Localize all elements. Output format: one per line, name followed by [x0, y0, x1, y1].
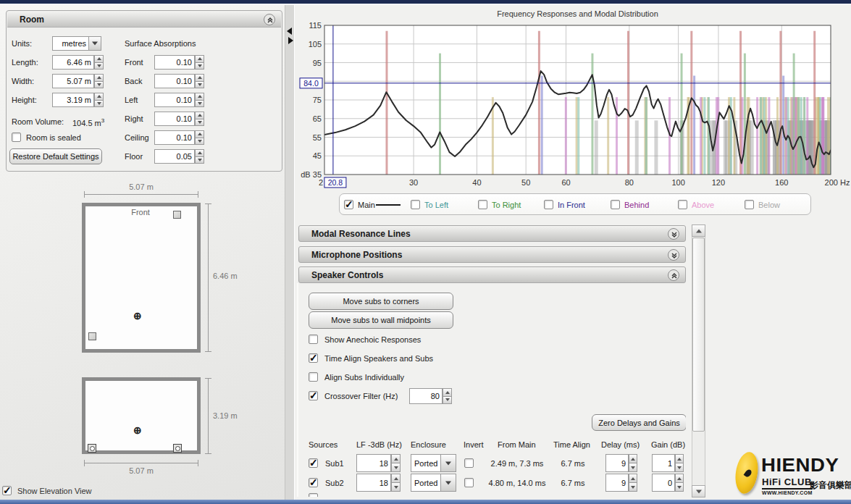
surface-ceiling-spinner[interactable]: [195, 130, 204, 145]
hiendy-logo: HIENDY HiFi CLUB WWW.HIENDY.COM 影音俱樂部: [731, 450, 849, 498]
room-sealed-checkbox[interactable]: [12, 133, 21, 142]
section-speaker-controls[interactable]: Speaker Controls: [298, 266, 686, 283]
length-spinner[interactable]: [94, 55, 104, 70]
sub2-gain-input[interactable]: 0: [652, 474, 675, 492]
elevation-sub2-icon[interactable]: [173, 444, 182, 453]
crossover-input[interactable]: 80: [409, 388, 443, 404]
surface-back-input[interactable]: 0.10: [154, 74, 195, 88]
speaker-controls-collapse-icon[interactable]: [668, 269, 679, 281]
topview-sub2-icon[interactable]: [88, 332, 96, 340]
height-label: Height:: [12, 96, 37, 104]
room-collapse-icon[interactable]: [264, 14, 275, 25]
topview-width-dim-label: 5.07 m: [112, 182, 170, 191]
splitter-collapse-right-icon[interactable]: [288, 37, 293, 44]
legend-main-checkbox[interactable]: [344, 200, 353, 209]
show-elevation-label: Show Elevation View: [17, 487, 92, 495]
surface-front-spinner[interactable]: [195, 55, 204, 70]
panel-splitter[interactable]: [285, 5, 295, 500]
restore-defaults-button[interactable]: Restore Default Settings: [9, 148, 102, 164]
sub1-delay-input[interactable]: 9: [605, 454, 629, 472]
hiendy-brand-text: HIENDY: [761, 454, 839, 476]
time-align-checkbox[interactable]: [309, 353, 318, 363]
surface-floor-spinner[interactable]: [195, 149, 204, 164]
modal-resonance-expand-icon[interactable]: [668, 228, 679, 240]
width-input[interactable]: 5.07 m: [52, 74, 94, 88]
length-input[interactable]: 6.46 m: [52, 55, 94, 70]
crossover-spinner[interactable]: [443, 388, 452, 404]
surface-floor-input[interactable]: 0.05: [154, 149, 195, 164]
splitter-collapse-left-icon[interactable]: [287, 28, 292, 35]
sub2-invert-checkbox[interactable]: [464, 478, 474, 487]
height-input[interactable]: 3.19 m: [52, 93, 94, 107]
surface-left-spinner[interactable]: [195, 93, 204, 107]
elevation-sub1-icon[interactable]: [88, 444, 96, 453]
section-microphone-positions[interactable]: Microphone Positions: [298, 246, 686, 263]
svg-text:50: 50: [521, 178, 530, 187]
legend-toleft-label: To Left: [424, 201, 448, 209]
sub3-enable-checkbox[interactable]: [309, 493, 318, 497]
sub1-gain-spinner[interactable]: [675, 454, 684, 472]
hiendy-url-text: WWW.HIENDY.COM: [762, 490, 813, 495]
elevation-height-dim-line: [208, 378, 209, 454]
surface-back-spinner[interactable]: [195, 74, 204, 88]
sub1-lf-input[interactable]: 18: [356, 454, 391, 472]
surface-ceiling-input[interactable]: 0.10: [154, 130, 195, 145]
show-anechoic-checkbox[interactable]: [309, 335, 318, 344]
sub2-enable-checkbox[interactable]: [309, 478, 318, 487]
units-select[interactable]: metres: [52, 36, 88, 51]
sub1-lf-spinner[interactable]: [391, 454, 401, 472]
sub1-enable-checkbox[interactable]: [309, 458, 318, 468]
svg-text:60: 60: [561, 178, 570, 187]
legend-above-checkbox[interactable]: [678, 200, 687, 209]
svg-text:115: 115: [309, 21, 322, 30]
legend-toleft-checkbox[interactable]: [411, 200, 420, 209]
sub2-gain-spinner[interactable]: [675, 474, 684, 492]
col-sources: Sources: [309, 440, 338, 449]
legend-infront-checkbox[interactable]: [544, 200, 553, 209]
sub1-delay-spinner[interactable]: [629, 454, 637, 472]
legend-toright-checkbox[interactable]: [478, 200, 487, 209]
topview-listener-icon[interactable]: ⊕: [133, 310, 142, 322]
elevation-listener-icon[interactable]: ⊕: [133, 424, 142, 436]
sub2-delay-input[interactable]: 9: [605, 474, 629, 492]
frequency-response-chart[interactable]: Frequency Responses and Modal Distributi…: [295, 4, 851, 191]
zero-delays-gains-button[interactable]: Zero Delays and Gains: [592, 414, 686, 431]
sub1-gain-input[interactable]: 1: [652, 454, 675, 472]
surface-front-input[interactable]: 0.10: [154, 55, 195, 70]
move-subs-corners-button[interactable]: Move subs to corners: [309, 293, 453, 310]
sub2-time-align: 6.7 ms: [561, 479, 584, 487]
room-volume-label: Room Volume:: [12, 117, 64, 126]
sub2-lf-input[interactable]: 18: [356, 474, 391, 492]
surface-left-input[interactable]: 0.10: [154, 93, 195, 107]
microphone-positions-expand-icon[interactable]: [668, 249, 679, 261]
svg-text:100: 100: [671, 178, 684, 187]
align-subs-checkbox[interactable]: [309, 372, 318, 382]
show-elevation-checkbox[interactable]: [2, 486, 12, 495]
sub1-invert-checkbox[interactable]: [464, 458, 474, 468]
scrollbar-up-icon[interactable]: [692, 224, 705, 237]
sub1-name: Sub1: [325, 459, 344, 468]
crossover-checkbox[interactable]: [309, 391, 318, 400]
sub2-enclosure-select[interactable]: Ported: [411, 474, 440, 492]
topview-sub1-icon[interactable]: [173, 211, 181, 219]
move-subs-midpoints-button[interactable]: Move subs to wall midpoints: [309, 311, 453, 329]
legend-below-checkbox[interactable]: [745, 200, 754, 209]
units-dropdown-icon[interactable]: [88, 36, 101, 51]
room-volume-value: 104.5 m3: [72, 117, 104, 127]
height-spinner[interactable]: [94, 93, 104, 107]
legend-behind-checkbox[interactable]: [611, 200, 620, 209]
sub2-delay-spinner[interactable]: [629, 474, 637, 492]
sub1-enclosure-dropdown-icon[interactable]: [440, 454, 456, 472]
scrollbar-thumb[interactable]: [692, 238, 705, 432]
sub1-enclosure-select[interactable]: Ported: [411, 454, 440, 472]
room-header[interactable]: Room: [7, 12, 281, 28]
scrollbar-down-icon[interactable]: [692, 485, 705, 497]
section-modal-resonance-lines[interactable]: Modal Resonance Lines: [298, 225, 686, 242]
width-spinner[interactable]: [94, 74, 104, 88]
surface-right-spinner[interactable]: [195, 112, 204, 126]
sub2-enclosure-dropdown-icon[interactable]: [440, 474, 456, 492]
col-enclosure: Enclosure: [411, 440, 446, 449]
surface-right-input[interactable]: 0.10: [154, 112, 195, 126]
sections-scrollbar[interactable]: [692, 224, 705, 497]
sub2-lf-spinner[interactable]: [391, 474, 401, 492]
